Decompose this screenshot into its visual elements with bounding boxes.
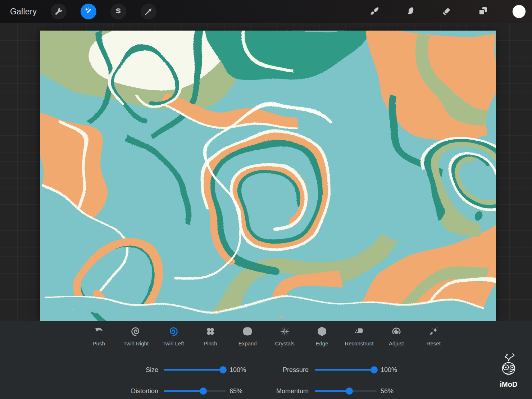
imod-owl-logo-icon [497, 353, 520, 380]
distortion-slider-track[interactable] [164, 390, 226, 392]
expand-icon [242, 326, 253, 337]
layers-icon [477, 6, 488, 17]
liquify-mode-crystals[interactable]: Crystals [266, 326, 303, 354]
tool-paint-button[interactable] [368, 5, 381, 18]
transform-arrow-icon [144, 7, 153, 16]
tool-layers-button[interactable] [476, 5, 489, 18]
momentum-slider-track[interactable] [315, 390, 377, 392]
liquify-mode-label: Reset [427, 340, 441, 346]
pressure-slider-fill [315, 369, 375, 371]
liquify-mode-pinch[interactable]: Pinch [192, 326, 229, 354]
liquify-mode-push[interactable]: Push [80, 326, 117, 354]
liquify-mode-edge[interactable]: Edge [303, 326, 340, 354]
distortion-slider-fill [164, 390, 204, 392]
workspace-background [0, 23, 532, 321]
size-slider-value: 100% [229, 365, 246, 375]
momentum-slider-label: Momentum [252, 386, 309, 396]
liquify-mode-reset[interactable]: Reset [415, 326, 452, 354]
tool-selection-button[interactable] [110, 4, 126, 19]
adjust-icon [391, 326, 402, 337]
liquify-mode-label: Adjust [389, 340, 404, 346]
tool-smudge-button[interactable] [404, 5, 417, 18]
imod-watermark: iMoD [497, 353, 520, 389]
liquify-mode-label: Reconstruct [345, 340, 373, 346]
tool-adjustments-button[interactable] [81, 4, 96, 19]
liquify-panel: PushTwirl RightTwirl LeftPinchExpandCrys… [0, 321, 532, 399]
magic-wand-icon [84, 7, 93, 16]
pinch-icon [205, 326, 216, 337]
imod-watermark-text: iMoD [497, 380, 520, 389]
distortion-slider-value: 65% [229, 386, 242, 396]
pressure-slider-value: 100% [381, 365, 397, 375]
liquify-mode-bar: PushTwirl RightTwirl LeftPinchExpandCrys… [80, 326, 452, 354]
pressure-slider-knob[interactable] [370, 366, 378, 373]
liquify-mode-expand[interactable]: Expand [229, 326, 266, 354]
size-slider-track[interactable] [164, 369, 226, 371]
tool-erase-button[interactable] [440, 5, 453, 18]
size-slider-label: Size [103, 365, 158, 375]
selection-s-icon [114, 7, 123, 16]
twirl-left-icon [168, 326, 178, 337]
edge-icon [317, 326, 327, 337]
liquify-mode-label: Twirl Right [123, 340, 149, 346]
tool-transform-button[interactable] [141, 4, 156, 19]
liquify-mode-adjust[interactable]: Adjust [378, 326, 415, 354]
liquify-mode-label: Expand [238, 340, 257, 346]
momentum-slider-fill [315, 390, 350, 392]
distortion-slider-label: Distortion [103, 386, 158, 396]
liquify-mode-twirl-left[interactable]: Twirl Left [155, 326, 192, 354]
brush-icon [368, 6, 380, 17]
reset-icon [428, 326, 439, 337]
top-toolbar: Gallery [0, 0, 532, 23]
push-icon [94, 326, 104, 337]
momentum-slider-value: 56% [381, 386, 394, 396]
pressure-slider-label: Pressure [252, 365, 309, 375]
liquify-mode-twirl-right[interactable]: Twirl Right [117, 326, 154, 354]
eraser-icon [441, 6, 452, 17]
liquify-mode-reconstruct[interactable]: Reconstruct [341, 326, 378, 354]
gallery-button[interactable]: Gallery [10, 0, 37, 23]
tool-actions-button[interactable] [51, 4, 67, 19]
procreate-screen: Gallery [0, 0, 532, 399]
reconstruct-icon [354, 326, 364, 337]
pressure-slider-track[interactable] [315, 369, 377, 371]
liquify-mode-label: Crystals [275, 340, 295, 346]
liquify-mode-label: Push [93, 340, 105, 346]
momentum-slider-knob[interactable] [346, 387, 353, 395]
canvas[interactable] [40, 31, 496, 321]
wrench-icon [54, 7, 63, 16]
liquify-artwork [40, 31, 496, 321]
liquify-mode-label: Edge [316, 340, 328, 346]
tool-color-button[interactable] [513, 5, 526, 18]
distortion-slider-knob[interactable] [200, 387, 207, 395]
size-slider-fill [164, 369, 224, 371]
twirl-right-icon [131, 326, 141, 337]
size-slider-knob[interactable] [219, 366, 227, 373]
liquify-mode-label: Pinch [204, 340, 217, 346]
smudge-icon [404, 6, 416, 17]
crystals-icon [279, 326, 290, 337]
liquify-mode-label: Twirl Left [162, 340, 184, 346]
